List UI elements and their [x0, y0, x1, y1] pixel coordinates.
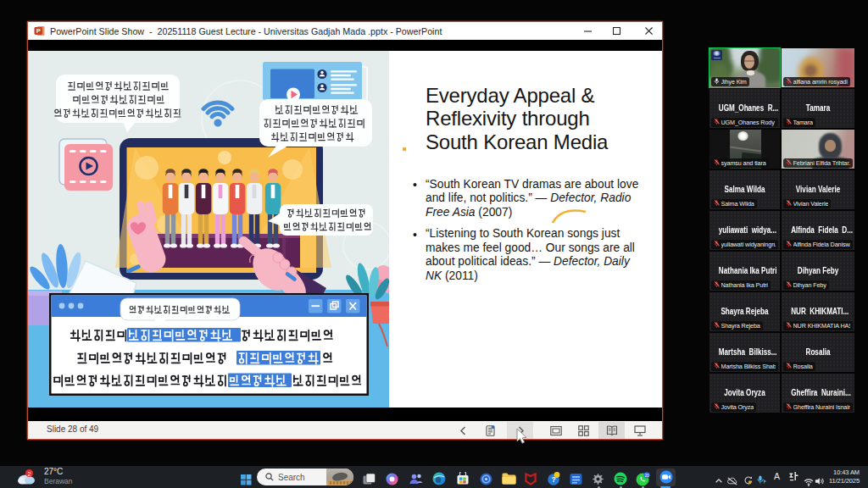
svg-text:2: 2	[28, 471, 31, 477]
svg-text:20: 20	[644, 473, 649, 477]
svg-text:P: P	[36, 27, 41, 35]
